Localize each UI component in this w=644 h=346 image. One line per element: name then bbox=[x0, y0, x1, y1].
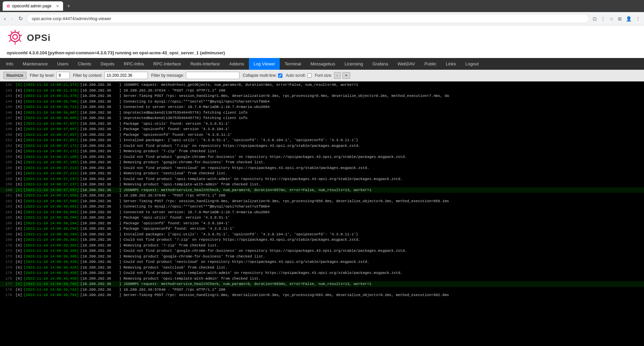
log-line-level: [6] bbox=[14, 160, 23, 165]
log-line-level: [6] bbox=[14, 198, 23, 204]
log-line-message: ] Could not find product 'opsi-template-… bbox=[119, 270, 402, 276]
log-line-context: [10.200.202.36 bbox=[79, 210, 119, 215]
log-line-context: [10.200.202.36 bbox=[79, 182, 119, 187]
address-input[interactable] bbox=[27, 14, 589, 23]
log-line-timestamp: [2023-11-10 14:09:37,213] bbox=[23, 171, 79, 176]
log-line-message: ] 10.200.202.36:37634 - "POST /rpc HTTP/… bbox=[119, 88, 225, 94]
tab-close-button[interactable]: ✕ bbox=[56, 4, 59, 8]
extension-icon[interactable]: ⊞ bbox=[617, 15, 623, 22]
filter-message-input[interactable] bbox=[186, 72, 239, 79]
log-line: 176[6] [2023-11-10 14:09:39,450][10.200.… bbox=[0, 276, 644, 282]
log-line-number: 171 bbox=[1, 248, 14, 254]
log-line-level: [6] bbox=[14, 176, 23, 182]
log-line-level: [6] bbox=[14, 104, 23, 110]
font-increase-button[interactable]: + bbox=[342, 72, 350, 79]
log-line-level: [6] bbox=[14, 259, 23, 265]
log-line-number: 143 bbox=[1, 93, 14, 99]
cast-icon[interactable]: ⊡ bbox=[592, 15, 598, 22]
log-line-level: [6] bbox=[14, 215, 23, 221]
log-line-number: 168 bbox=[1, 232, 14, 237]
toolbar-icons: ⊡ ⋮ ☆ ⊞ 👤 ⋮ bbox=[592, 15, 641, 22]
log-line-number: 166 bbox=[1, 221, 14, 226]
menu-icon[interactable]: ⋮ bbox=[635, 15, 641, 22]
log-line-timestamp: [2023-11-10 14:09:37,057] bbox=[23, 132, 79, 138]
log-line-level: [6] bbox=[14, 265, 23, 271]
nav-item-rpc-infos[interactable]: RPC-Infos bbox=[119, 58, 149, 70]
log-line-context: [10.200.202.36 bbox=[79, 221, 119, 226]
nav-item-messagebus[interactable]: Messagebus bbox=[306, 58, 340, 70]
log-line-message: ] Removing product 'opsi-template-with-a… bbox=[119, 182, 261, 187]
log-line-message: ] 10.200.202.36:57640 - "POST /rpc HTTP/… bbox=[119, 287, 225, 293]
log-line-level: [6] bbox=[14, 99, 23, 105]
log-line-message: ] UnprotectedBackend(139753546445776) fe… bbox=[119, 115, 248, 121]
log-line: 177[5] [2023-11-10 14:09:39,760][10.200.… bbox=[0, 281, 644, 287]
nav-item-clients[interactable]: Clients bbox=[73, 58, 96, 70]
log-line-timestamp: [2023-11-10 14:09:39,395] bbox=[23, 254, 79, 260]
nav-item-info[interactable]: Info bbox=[1, 58, 18, 70]
filter-context-input[interactable] bbox=[104, 72, 148, 79]
nav-item-links[interactable]: Links bbox=[441, 58, 461, 70]
log-line-number: 146 bbox=[1, 110, 14, 116]
nav-item-depots[interactable]: Depots bbox=[96, 58, 119, 70]
log-line-timestamp: [2023-11-10 14:09:39,760] bbox=[23, 281, 79, 287]
collapse-multiline-checkbox[interactable] bbox=[278, 73, 282, 78]
log-line-context: [10.200.202.36 bbox=[79, 243, 119, 248]
profile-icon[interactable]: 👤 bbox=[625, 15, 633, 22]
nav-item-terminal[interactable]: Terminal bbox=[280, 58, 306, 70]
log-line-level: [6] bbox=[14, 154, 23, 160]
nav-item-maintenance[interactable]: Maintenance bbox=[18, 58, 52, 70]
filter-level-input[interactable] bbox=[56, 72, 70, 79]
log-line: 173[6] [2023-11-10 14:09:39,426][10.200.… bbox=[0, 259, 644, 265]
nav-item-rpc-interface[interactable]: RPC-Interface bbox=[149, 58, 185, 70]
nav-item-grafana[interactable]: Grafana bbox=[368, 58, 393, 70]
log-line-context: [10.200.202.36 bbox=[79, 165, 119, 171]
log-line: 144[6] [2023-11-10 14:09:36,706][10.200.… bbox=[0, 99, 644, 105]
log-line: 153[6] [2023-11-10 14:09:37,172][10.200.… bbox=[0, 149, 644, 154]
back-button[interactable]: ‹ bbox=[3, 14, 7, 23]
font-decrease-button[interactable]: - bbox=[334, 72, 341, 79]
log-line: 146[6] [2023-11-10 14:09:36,807][10.200.… bbox=[0, 110, 644, 116]
log-line-timestamp: [2023-11-10 14:09:36,807] bbox=[23, 110, 79, 116]
maximize-button[interactable]: Maximize bbox=[3, 72, 26, 79]
log-line-number: 155 bbox=[1, 160, 14, 165]
nav-item-log-viewer[interactable]: Log Viewer bbox=[249, 58, 280, 70]
nav-item-users[interactable]: Users bbox=[52, 58, 73, 70]
log-line-timestamp: [2023-11-10 14:09:39,395] bbox=[23, 248, 79, 254]
nav-item-webdav[interactable]: WebDAV bbox=[393, 58, 420, 70]
log-line-context: [10.200.202.36 bbox=[79, 121, 119, 127]
nav-item-logout[interactable]: Logout bbox=[461, 58, 483, 70]
logo-container: OPSi bbox=[7, 30, 51, 46]
forward-button[interactable]: › bbox=[10, 14, 14, 23]
browser-tab[interactable]: ✿ opsiconfd admin page ✕ bbox=[3, 1, 63, 11]
log-line-level: [6] bbox=[14, 165, 23, 171]
log-line-context: [10.200.202.36 bbox=[79, 270, 119, 276]
nav-item-public[interactable]: Public bbox=[420, 58, 441, 70]
log-line-number: 169 bbox=[1, 237, 14, 243]
log-line-number: 179 bbox=[1, 292, 14, 298]
log-line-timestamp: [2023-11-10 14:09:39,294] bbox=[23, 215, 79, 221]
nav-item-addons[interactable]: Addons bbox=[225, 58, 249, 70]
reload-button[interactable]: ↻ bbox=[17, 14, 24, 23]
log-line: 150[6] [2023-11-10 14:09:37,057][10.200.… bbox=[0, 132, 644, 138]
log-line-number: 141 bbox=[1, 82, 14, 88]
log-line-message: ] Server-Timing POST /rpc: session_handl… bbox=[119, 198, 449, 204]
nav-item-licensing[interactable]: Licensing bbox=[340, 58, 368, 70]
new-tab-button[interactable]: + bbox=[65, 3, 72, 9]
bookmark-icon[interactable]: ☆ bbox=[608, 15, 615, 22]
log-line-level: [6] bbox=[14, 182, 23, 187]
log-line-level: [6] bbox=[14, 237, 23, 243]
nav-item-redis-interface[interactable]: Redis-Interface bbox=[185, 58, 224, 70]
log-line-context: [10.200.202.36 bbox=[79, 143, 119, 149]
log-viewer[interactable]: 141[5] [2023-11-10 14:09:21,374][10.200.… bbox=[0, 81, 644, 346]
log-line-number: 145 bbox=[1, 104, 14, 110]
log-line-message: ] Removing product '7-zip' from checked … bbox=[119, 149, 219, 154]
app-logo-text: OPSi bbox=[27, 33, 51, 43]
log-line-number: 159 bbox=[1, 182, 14, 187]
share-icon[interactable]: ⋮ bbox=[600, 15, 606, 22]
log-line: 174[6] [2023-11-10 14:09:39,426][10.200.… bbox=[0, 265, 644, 271]
log-line-context: [10.200.202.36 bbox=[79, 126, 119, 132]
opsi-logo bbox=[7, 30, 23, 46]
log-line: 145[6] [2023-11-10 14:09:36,711][10.200.… bbox=[0, 104, 644, 110]
log-line-message: ] Could not find product 'nextcloud' on … bbox=[119, 259, 369, 265]
auto-scroll-checkbox[interactable] bbox=[307, 73, 312, 78]
